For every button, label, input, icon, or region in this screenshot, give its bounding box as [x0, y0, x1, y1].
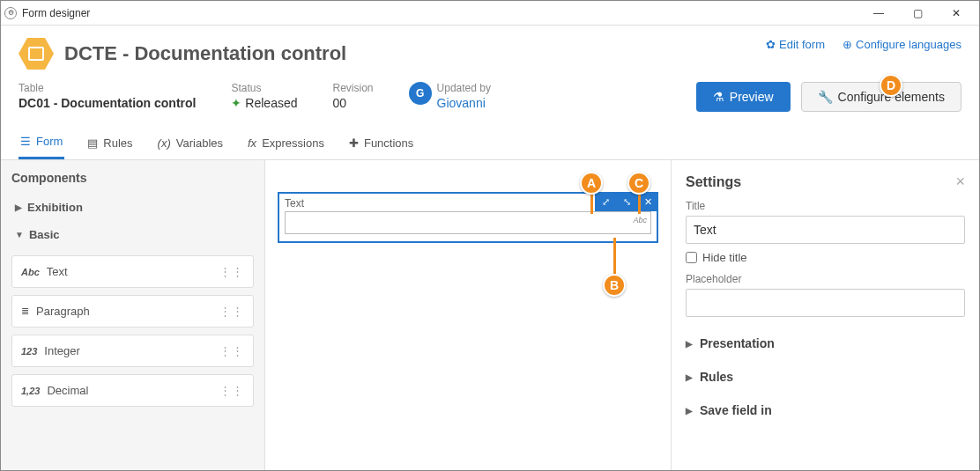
rules-icon: ▤	[87, 136, 98, 150]
document-hexagon-icon	[19, 36, 54, 71]
edit-form-link[interactable]: ✿ Edit form	[766, 38, 825, 51]
section-save-field-in[interactable]: ▶Save field in	[686, 403, 965, 417]
close-settings-icon[interactable]: ×	[955, 173, 965, 191]
meta-revision: Revision 00	[333, 82, 374, 110]
canvas[interactable]: ⤢ ⤡ ✕ Text Abc	[265, 160, 671, 471]
field-input-preview: Abc	[285, 211, 651, 234]
configure-languages-link[interactable]: ⊕ Configure languages	[843, 38, 961, 51]
paragraph-type-icon: ≣	[21, 305, 29, 317]
chevron-down-icon: ▼	[15, 230, 24, 239]
component-decimal[interactable]: 1,23 Decimal ⋮⋮	[11, 374, 254, 407]
wrench-icon: 🔧	[818, 90, 833, 104]
callout-c: C	[627, 172, 650, 195]
section-rules[interactable]: ▶Rules	[686, 370, 965, 384]
flask-icon: ⚗	[713, 90, 724, 104]
chevron-right-icon: ▶	[686, 372, 693, 382]
chevron-right-icon: ▶	[686, 406, 693, 416]
settings-panel: Settings × Title Hide title Placeholder …	[671, 160, 979, 471]
shrink-width-icon[interactable]: ⤡	[616, 192, 637, 211]
component-paragraph[interactable]: ≣ Paragraph ⋮⋮	[11, 295, 254, 327]
drag-handle-icon[interactable]: ⋮⋮	[219, 265, 244, 278]
window-title: Form designer	[22, 7, 859, 19]
placeholder-field-label: Placeholder	[686, 273, 965, 285]
hide-title-checkbox[interactable]: Hide title	[686, 251, 965, 264]
title-bar: ⚙ Form designer — ▢ ✕	[1, 1, 979, 26]
callout-a: A	[580, 172, 603, 195]
functions-icon: ✚	[349, 136, 359, 150]
group-exhibition[interactable]: ▶Exhibition	[11, 194, 254, 221]
drag-handle-icon[interactable]: ⋮⋮	[219, 344, 244, 357]
tabs: ☰Form ▤Rules (x)Variables fxExpressions …	[1, 128, 979, 160]
drag-handle-icon[interactable]: ⋮⋮	[219, 305, 244, 318]
components-sidebar: Components ▶Exhibition ▼Basic Abc Text ⋮…	[1, 160, 265, 471]
placeholder-input[interactable]	[686, 289, 965, 317]
tab-variables[interactable]: (x)Variables	[156, 128, 225, 159]
globe-icon: ⊕	[843, 38, 852, 51]
component-text[interactable]: Abc Text ⋮⋮	[11, 255, 254, 288]
page-header: DCTE - Documentation control ✿ Edit form…	[1, 26, 979, 119]
tab-rules[interactable]: ▤Rules	[85, 128, 134, 159]
chevron-right-icon: ▶	[686, 339, 693, 349]
meta-table: Table DC01 - Documentation control	[19, 82, 196, 110]
text-type-badge-icon: Abc	[633, 216, 647, 224]
expand-width-icon[interactable]: ⤢	[595, 192, 616, 211]
variables-icon: (x)	[158, 136, 171, 150]
callout-b: B	[603, 274, 626, 297]
tab-functions[interactable]: ✚Functions	[347, 128, 415, 159]
field-toolbar: ⤢ ⤡ ✕	[595, 192, 658, 211]
page-title: DCTE - Documentation control	[64, 42, 346, 65]
preview-button[interactable]: ⚗ Preview	[696, 82, 791, 112]
text-type-icon: Abc	[21, 267, 40, 277]
settings-heading: Settings	[686, 174, 955, 190]
minimize-button[interactable]: —	[859, 1, 898, 26]
tab-expressions[interactable]: fxExpressions	[246, 128, 326, 159]
drag-handle-icon[interactable]: ⋮⋮	[219, 384, 244, 397]
components-heading: Components	[11, 171, 254, 185]
callout-d: D	[880, 74, 902, 97]
section-presentation[interactable]: ▶Presentation	[686, 336, 965, 350]
title-field-label: Title	[686, 200, 965, 212]
gear-icon: ✿	[766, 38, 776, 51]
tab-form[interactable]: ☰Form	[19, 128, 64, 159]
close-button[interactable]: ✕	[937, 1, 976, 26]
expressions-icon: fx	[248, 136, 256, 150]
text-field-component[interactable]: ⤢ ⤡ ✕ Text Abc	[278, 192, 658, 243]
chevron-right-icon: ▶	[15, 202, 22, 212]
meta-status: Status ✦ Released	[231, 82, 297, 110]
meta-updated-by: G Updated by Giovanni	[409, 82, 491, 110]
maximize-button[interactable]: ▢	[898, 1, 937, 26]
decimal-type-icon: 1,23	[21, 386, 40, 396]
integer-type-icon: 123	[21, 346, 37, 357]
component-integer[interactable]: 123 Integer ⋮⋮	[11, 335, 254, 367]
app-icon: ⚙	[4, 7, 17, 19]
title-input[interactable]	[686, 216, 965, 244]
released-badge-icon: ✦	[231, 96, 241, 110]
group-basic[interactable]: ▼Basic	[11, 221, 254, 248]
updated-by-user-link[interactable]: Giovanni	[437, 96, 491, 110]
avatar: G	[409, 82, 432, 105]
form-icon: ☰	[20, 135, 31, 148]
